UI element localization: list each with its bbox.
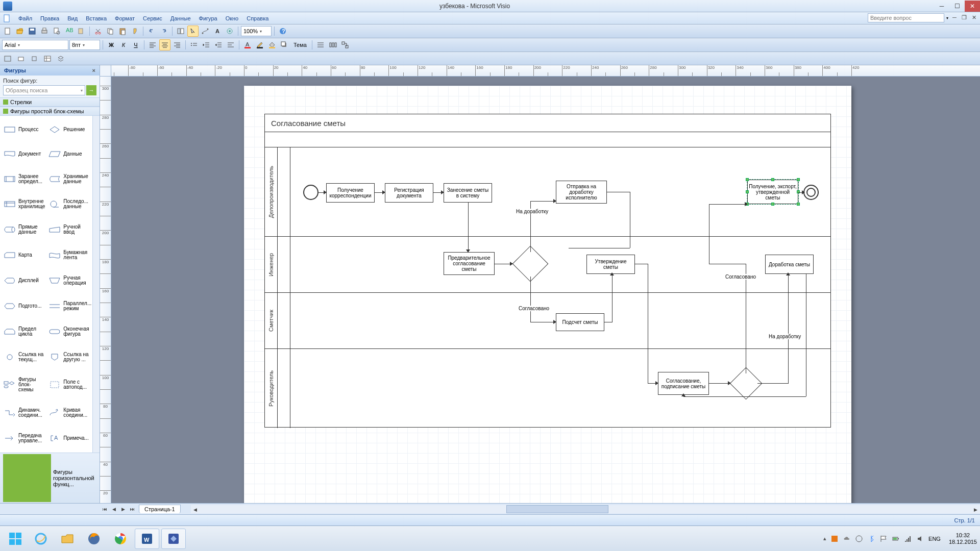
bullets-button[interactable]	[188, 39, 200, 51]
tray-language[interactable]: ENG	[928, 536, 941, 542]
decrease-font-button[interactable]	[225, 39, 236, 51]
menu-shape[interactable]: Фигура	[195, 14, 222, 23]
theme-button[interactable]: Тема	[291, 39, 309, 51]
font-combo[interactable]: Arial	[2, 40, 68, 50]
tray-flag-icon[interactable]	[879, 535, 888, 543]
start-node[interactable]	[303, 185, 318, 200]
box-sign-estimate[interactable]: Согласование, подписание сметы	[658, 372, 709, 395]
tab-nav-prev[interactable]: ◀	[109, 505, 118, 514]
shape-flowchart-shapes[interactable]: Фигуры блок-схемы	[2, 370, 46, 399]
shapes-scrollbar[interactable]	[92, 116, 100, 453]
open-button[interactable]	[14, 26, 26, 37]
drawing-page[interactable]: Согласование сметы Делопроизводитель Инж…	[244, 86, 851, 503]
underline-button[interactable]: Ч	[130, 39, 141, 51]
tray-clock[interactable]: 10:32 18.12.2015	[949, 532, 977, 545]
align-right-button[interactable]	[172, 39, 183, 51]
fill-color-button[interactable]	[266, 39, 278, 51]
connect-shapes-button[interactable]	[339, 39, 351, 51]
box-receive-correspondence[interactable]: Получение корреспонденции	[326, 183, 375, 203]
tab-nav-last[interactable]: ⏭	[128, 505, 137, 514]
decrease-indent-button[interactable]	[201, 39, 212, 51]
shapes-window-button[interactable]	[175, 26, 186, 37]
shape-display[interactable]: Дисплей	[2, 268, 46, 293]
end-node[interactable]	[803, 185, 819, 200]
shapes-panel-close[interactable]: ×	[92, 67, 95, 73]
shape-curve-connector[interactable]: Кривая соедини...	[47, 400, 92, 425]
connector-tool-button[interactable]	[200, 26, 211, 37]
taskbar-visio[interactable]	[161, 529, 186, 549]
menu-view[interactable]: Вид	[63, 14, 82, 23]
vertical-ruler[interactable]: 3002802602402202001801601401201008060402…	[100, 77, 111, 503]
shape-dynamic-connector[interactable]: Динамич. соедини...	[2, 400, 46, 425]
layer-button[interactable]	[55, 53, 66, 64]
font-color-button[interactable]: A	[242, 39, 253, 51]
shape-data[interactable]: Данные	[47, 142, 92, 166]
taskbar-word[interactable]: W	[135, 529, 159, 549]
shape-terminator[interactable]: Оконечная фигура	[47, 319, 92, 344]
size-position-button[interactable]	[15, 53, 27, 64]
shape-off-page-ref[interactable]: Ссылка на другую ...	[47, 345, 92, 369]
menu-insert[interactable]: Вставка	[82, 14, 111, 23]
maximize-button[interactable]: ☐	[949, 1, 965, 12]
shape-parallel-mode[interactable]: Параллел... режим	[47, 294, 92, 318]
ink-tool-button[interactable]	[224, 26, 235, 37]
tray-battery-icon[interactable]	[892, 535, 900, 543]
shape-control-transfer[interactable]: Передача управле...	[2, 426, 46, 450]
shape-direct-data[interactable]: Прямые данные	[2, 217, 46, 242]
paste-button[interactable]	[117, 26, 128, 37]
shape-process[interactable]: Процесс	[2, 118, 46, 141]
box-enter-estimate[interactable]: Занесение сметы в систему	[444, 183, 492, 203]
menu-file[interactable]: Файл	[14, 14, 36, 23]
shape-paper-tape[interactable]: Бумажная лента	[47, 243, 92, 267]
diagram-title[interactable]: Согласование сметы	[265, 114, 830, 132]
bold-button[interactable]: Ж	[106, 39, 117, 51]
distribute-shapes-button[interactable]	[327, 39, 338, 51]
tray-wifi-icon[interactable]	[904, 535, 912, 543]
align-shapes-button[interactable]	[315, 39, 326, 51]
box-calculate-estimate[interactable]: Подсчет сметы	[556, 313, 604, 331]
tray-volume-icon[interactable]	[916, 535, 924, 543]
increase-indent-button[interactable]	[213, 39, 224, 51]
close-button[interactable]: ✕	[965, 1, 980, 12]
cut-button[interactable]	[92, 26, 104, 37]
shape-decision[interactable]: Решение	[47, 118, 92, 141]
sub-minimize-button[interactable]: ─	[951, 14, 958, 21]
menu-edit[interactable]: Правка	[36, 14, 63, 23]
shape-loop-limit[interactable]: Предел цикла	[2, 319, 46, 344]
tab-nav-next[interactable]: ▶	[118, 505, 128, 514]
swimlane-container[interactable]: Согласование сметы Делопроизводитель Инж…	[264, 114, 831, 428]
box-approve-estimate[interactable]: Утверждение сметы	[586, 255, 635, 274]
sub-restore-button[interactable]: ❐	[961, 14, 968, 21]
zoom-combo[interactable]: 100%	[241, 26, 272, 36]
align-left-button[interactable]	[147, 39, 158, 51]
text-tool-button[interactable]: A	[212, 26, 223, 37]
tray-show-hidden[interactable]: ▴	[823, 535, 826, 542]
box-revise-estimate[interactable]: Доработка сметы	[765, 255, 814, 274]
shape-manual-operation[interactable]: Ручная операция	[47, 268, 92, 293]
document-icon[interactable]	[2, 14, 12, 23]
help-button[interactable]: ?	[277, 26, 288, 37]
copy-button[interactable]	[105, 26, 116, 37]
shape-on-page-ref[interactable]: Ссылка на текущ...	[2, 345, 46, 369]
sub-close-button[interactable]: ✕	[970, 14, 977, 21]
shapes-search-go[interactable]: →	[86, 85, 96, 95]
shape-data-button[interactable]	[42, 53, 53, 64]
shapes-category-flowchart[interactable]: Фигуры простой блок-схемы	[0, 107, 100, 116]
font-size-combo[interactable]: 8пт	[69, 40, 100, 50]
menu-tools[interactable]: Сервис	[139, 14, 166, 23]
shapes-search-input[interactable]: Образец поиска	[3, 85, 85, 95]
taskbar-explorer[interactable]	[55, 529, 80, 549]
shape-manual-input[interactable]: Ручной ввод	[47, 217, 92, 242]
drawing-explorer-button[interactable]	[2, 53, 13, 64]
shape-card[interactable]: Карта	[2, 243, 46, 267]
new-button[interactable]	[2, 26, 13, 37]
menu-data[interactable]: Данные	[166, 14, 195, 23]
shapes-category-arrows[interactable]: Стрелки	[0, 97, 100, 107]
box-register-document[interactable]: Регистрация документа	[385, 183, 433, 203]
research-button[interactable]	[76, 26, 87, 37]
shape-internal-storage[interactable]: Внутренне хранилище	[2, 192, 46, 217]
pan-zoom-button[interactable]	[29, 53, 40, 64]
shape-annotation[interactable]: AПримеча...	[47, 426, 92, 450]
menu-help[interactable]: Справка	[242, 14, 273, 23]
shape-predefined[interactable]: Заранее определ...	[2, 167, 46, 191]
